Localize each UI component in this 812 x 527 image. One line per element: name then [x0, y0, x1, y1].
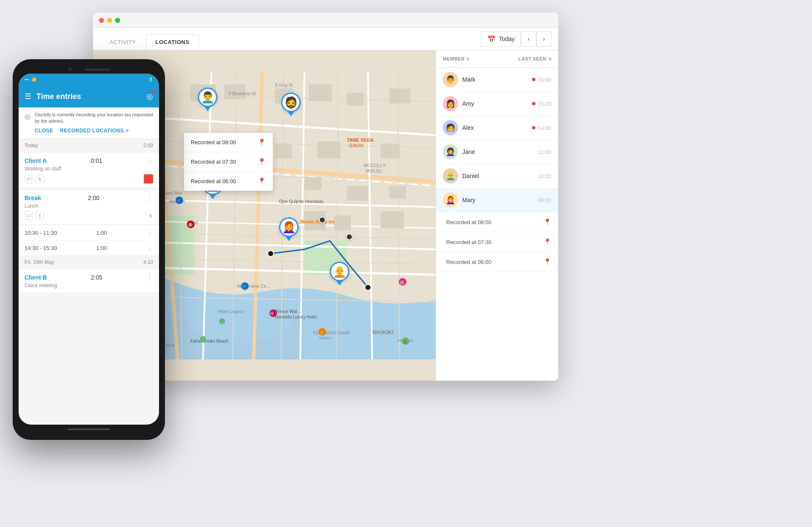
battery-icon: 🔋: [148, 77, 153, 82]
member-row-amy[interactable]: 👩 Amy 15:20: [436, 92, 558, 116]
sub-entry-2-menu[interactable]: ⋮: [146, 244, 153, 252]
popup-row-2[interactable]: Recorded at 07:30 📍: [184, 152, 273, 172]
svg-text:🌿: 🌿: [403, 339, 408, 344]
member-sort-icon[interactable]: ⇅: [466, 57, 470, 61]
svg-text:🛒: 🛒: [242, 284, 247, 289]
status-icons-right: 🔋: [148, 77, 153, 82]
entry-client-b-menu[interactable]: ⋮: [146, 274, 153, 282]
hamburger-icon[interactable]: ☰: [25, 92, 31, 101]
svg-point-93: [219, 318, 225, 324]
entry-client-a-name[interactable]: Client A: [25, 157, 47, 164]
recorded-row-3[interactable]: Recorded at 06:00 📍: [436, 252, 558, 272]
fri-label: Fri, 24th May: [25, 259, 54, 265]
popup-label-2: Recorded at 07:30: [191, 159, 236, 165]
map-marker-5[interactable]: 🧑‍🦲: [330, 262, 349, 285]
entry-client-b-top: Client B 2:05 ⋮: [25, 274, 153, 282]
member-row-daniel[interactable]: 👨‍🦲 Daniel 10:20: [436, 164, 558, 188]
svg-text:🎯: 🎯: [188, 222, 193, 228]
sub-entry-1-range: 10:30 - 11:30: [25, 230, 57, 236]
pin-icon-3: 📍: [258, 177, 266, 185]
entry-break-menu[interactable]: ⋮: [146, 194, 153, 202]
svg-rect-41: [275, 144, 292, 159]
entry-client-a-menu[interactable]: ⋮: [146, 157, 153, 165]
signal-icon: ▪▪▪: [25, 77, 29, 82]
section-today: Today 2:00: [19, 139, 159, 152]
member-row-mary[interactable]: 👩‍🦰 Mary 08:00: [436, 188, 558, 212]
popup-row-3[interactable]: Recorded at 06:00 📍: [184, 172, 273, 191]
member-name-daniel: Daniel: [462, 173, 533, 179]
member-row-alex[interactable]: 🧑 Alex 14:30: [436, 116, 558, 140]
minimize-traffic-light[interactable]: [107, 18, 112, 23]
locate-icon[interactable]: ◎: [146, 92, 153, 101]
last-seen-sort-icon[interactable]: ⇅: [548, 57, 552, 61]
panel-header: MEMBER ⇅ LAST SEEN ⇅: [436, 50, 558, 68]
tab-activity[interactable]: ACTIVITY: [100, 34, 146, 50]
svg-text:MOILIILI: MOILIILI: [366, 169, 382, 173]
close-link[interactable]: CLOSE: [35, 127, 53, 134]
stop-button-a[interactable]: [144, 174, 153, 184]
last-seen-col-header: LAST SEEN ⇅: [497, 56, 552, 61]
entry-break-bottom: 🏷 $ ∧: [25, 211, 153, 220]
sub-entry-1-menu[interactable]: ⋮: [146, 229, 153, 237]
svg-text:Kpop donuts hawaii: Kpop donuts hawaii: [313, 330, 350, 335]
tag-icon-a[interactable]: 🏷: [25, 175, 33, 183]
svg-rect-36: [347, 93, 364, 106]
svg-rect-49: [347, 186, 368, 201]
entry-client-a: Client A 0:01 ⋮ Working on stuff 🏷 $: [19, 153, 159, 188]
home-bar[interactable]: [68, 428, 110, 430]
expand-icon-break[interactable]: ∧: [148, 211, 153, 220]
maximize-traffic-light[interactable]: [115, 18, 120, 23]
entry-client-a-duration: 0:01: [91, 157, 102, 164]
billing-icon-break[interactable]: $: [36, 211, 44, 220]
svg-point-1: [190, 300, 292, 343]
entry-client-b-desc: Client meeting: [25, 283, 153, 288]
status-icons-left: ▪▪▪ 📶: [25, 77, 36, 82]
member-name-mark: Mark: [462, 76, 528, 83]
location-pin-icon-2: 📍: [543, 238, 551, 246]
prev-date-button[interactable]: ‹: [521, 31, 536, 47]
entry-break-name[interactable]: Break: [25, 195, 41, 201]
avatar-pin-1: 👨‍🦱: [198, 88, 217, 107]
member-row-mark[interactable]: 👨 Mark 16:00: [436, 68, 558, 92]
svg-text:Honolulu Luxury Hotel: Honolulu Luxury Hotel: [275, 315, 316, 319]
map-marker-mary[interactable]: 👩‍🦰: [279, 217, 299, 241]
svg-point-92: [200, 336, 206, 342]
member-time-amy: 15:20: [532, 101, 551, 107]
next-date-button[interactable]: ›: [536, 31, 551, 47]
svg-text:S King St: S King St: [275, 83, 293, 88]
tag-icon-break[interactable]: 🏷: [25, 211, 33, 220]
member-time-daniel: 10:20: [538, 173, 551, 179]
svg-rect-35: [309, 85, 332, 102]
pin-icon-1: 📍: [258, 138, 266, 146]
member-name-jane: Jane: [462, 148, 533, 155]
popup-row-1[interactable]: Recorded at 08:00 📍: [184, 133, 273, 152]
avatar-pin-mary: 👩‍🦰: [279, 217, 299, 237]
today-total: 2:00: [143, 143, 153, 148]
tab-locations[interactable]: Locations: [146, 34, 199, 50]
recorded-row-1[interactable]: Recorded at 08:00 📍: [436, 212, 558, 232]
recorded-locations-link[interactable]: RECORDED LOCATIONS: [60, 127, 129, 134]
svg-text:Hilton Lagoon: Hilton Lagoon: [218, 309, 244, 314]
billing-icon-a[interactable]: $: [36, 175, 44, 183]
member-time-mary: 08:00: [538, 197, 551, 203]
member-row-jane[interactable]: 👩‍🦱 Jane 11:00: [436, 140, 558, 164]
svg-rect-37: [389, 89, 410, 104]
recorded-row-2[interactable]: Recorded at 07:30 📍: [436, 232, 558, 252]
entry-break-top: Break 2:00 ⋮: [25, 194, 153, 202]
avatar-amy: 👩: [443, 96, 458, 111]
recorded-label-3: Recorded at 06:00: [446, 259, 491, 265]
map-marker-2[interactable]: 🧔: [281, 93, 301, 116]
entry-client-b-name[interactable]: Client B: [25, 274, 47, 281]
avatar-jane: 👩‍🦱: [443, 144, 458, 159]
sub-entry-1-duration: 1:00: [96, 230, 107, 236]
notification-badge: [151, 90, 155, 93]
svg-rect-46: [334, 216, 351, 231]
online-dot-amy: [532, 102, 535, 105]
svg-rect-47: [381, 211, 404, 228]
route-dot-1: [319, 217, 326, 223]
map-marker-1[interactable]: 👨‍🦱: [198, 88, 217, 111]
close-traffic-light[interactable]: [99, 18, 104, 23]
entry-client-a-bottom: 🏷 $: [25, 174, 153, 184]
entry-client-b-duration: 2:05: [91, 274, 102, 281]
member-name-alex: Alex: [462, 124, 528, 131]
